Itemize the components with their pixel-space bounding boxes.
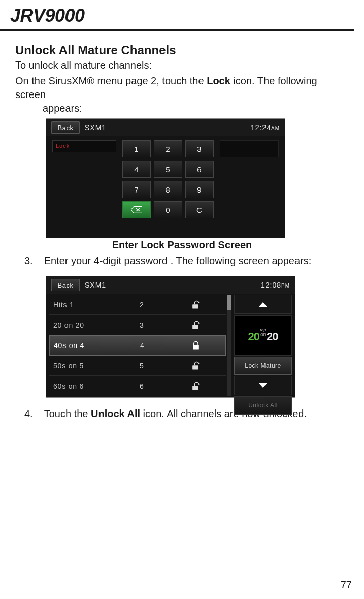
- list-item[interactable]: 20 on 20 3: [49, 315, 226, 335]
- key-clear[interactable]: C: [185, 201, 214, 218]
- scroll-thumb[interactable]: [227, 295, 231, 310]
- unlock-icon: [190, 300, 201, 310]
- clock: 12:24AM: [251, 123, 280, 132]
- scroll-down-button[interactable]: [234, 376, 292, 395]
- step-text-cont: appears:: [43, 102, 349, 115]
- right-column: top 20on20 Lock Mature Unlock All: [234, 295, 292, 415]
- step-text-a: Touch the: [44, 408, 91, 419]
- channel-name: 20 on 20: [53, 321, 140, 329]
- channel-number: 4: [140, 341, 186, 350]
- channel-number: 2: [140, 301, 185, 309]
- source-label: SXM1: [85, 281, 106, 289]
- key-4[interactable]: 4: [122, 161, 151, 178]
- chevron-up-icon: [258, 301, 268, 307]
- channel-logo: top 20on20: [234, 315, 292, 356]
- topbar: Back SXM1 12:24AM: [46, 119, 285, 136]
- back-button[interactable]: Back: [51, 121, 80, 134]
- section-heading: Unlock All Mature Channels: [15, 43, 349, 57]
- chevron-down-icon: [258, 383, 268, 389]
- screenshot-keypad: Back SXM1 12:24AM Lock 1 2 3 4 5 6 7 8 9: [46, 118, 285, 238]
- channel-number: 6: [140, 382, 185, 390]
- page-title: JRV9000: [0, 0, 354, 31]
- key-0[interactable]: 0: [154, 201, 182, 218]
- unlock-all-word: Unlock All: [91, 408, 140, 419]
- step-4: 4. Touch the Unlock All icon. All channe…: [20, 407, 349, 421]
- channel-name: 50s on 5: [53, 362, 140, 370]
- lock-mature-button[interactable]: Lock Mature: [234, 357, 292, 375]
- channel-list[interactable]: Hits 1 2 20 on 20 3 40s on 4 4: [49, 295, 226, 396]
- step-number: 4.: [24, 407, 33, 421]
- list-item[interactable]: 60s on 6 6: [49, 376, 226, 396]
- clock-ampm: AM: [271, 125, 280, 131]
- lock-cell[interactable]: [186, 340, 206, 351]
- step-text: Enter your 4-digit password . The follow…: [44, 254, 349, 268]
- clock-time: 12:24: [251, 123, 271, 132]
- logo-left: 20: [248, 330, 259, 343]
- channel-number: 5: [140, 362, 185, 370]
- clock-time: 12:08: [261, 281, 281, 289]
- step-number: 3.: [24, 254, 33, 268]
- clock-ampm: PM: [281, 283, 290, 289]
- key-8[interactable]: 8: [154, 181, 182, 198]
- unlock-icon: [190, 381, 201, 391]
- svg-rect-6: [192, 386, 198, 390]
- svg-rect-2: [192, 304, 198, 308]
- channel-name: 40s on 4: [54, 341, 140, 350]
- lock-icon: [191, 340, 201, 351]
- step-3: 3. Enter your 4-digit password . The fol…: [20, 254, 349, 268]
- channel-name: 60s on 6: [53, 382, 140, 390]
- key-5[interactable]: 5: [154, 161, 182, 178]
- logo-sep: on: [260, 332, 266, 337]
- keypad: 1 2 3 4 5 6 7 8 9 0 C: [122, 140, 214, 218]
- lock-cell[interactable]: [185, 381, 206, 391]
- enter-area[interactable]: [220, 140, 279, 157]
- key-6[interactable]: 6: [185, 161, 214, 178]
- key-9[interactable]: 9: [185, 181, 214, 198]
- svg-rect-3: [192, 325, 198, 329]
- channel-number: 3: [140, 321, 185, 329]
- step-text: Touch the Unlock All icon. All channels …: [44, 407, 349, 421]
- list-item[interactable]: Hits 1 2: [49, 295, 226, 315]
- page-number: 77: [341, 579, 352, 591]
- scrollbar[interactable]: [227, 295, 231, 396]
- backspace-icon: [131, 206, 142, 213]
- caption-keypad: Enter Lock Password Screen: [15, 239, 349, 251]
- lock-word: Lock: [207, 75, 230, 86]
- unlock-all-button[interactable]: Unlock All: [234, 396, 292, 415]
- password-display: Lock: [52, 140, 116, 152]
- lock-cell[interactable]: [185, 361, 206, 371]
- source-label: SXM1: [85, 123, 106, 132]
- logo-right: 20: [267, 330, 278, 343]
- key-3[interactable]: 3: [185, 140, 214, 157]
- list-item[interactable]: 50s on 5 5: [49, 356, 226, 376]
- step-main: On the SirusXM® menu page 2, touch the L…: [15, 74, 349, 115]
- step-text: On the SirusXM® menu page 2, touch the: [15, 75, 207, 86]
- logo-main: 20on20: [248, 330, 278, 343]
- back-button[interactable]: Back: [51, 279, 80, 291]
- svg-rect-5: [192, 365, 198, 369]
- screenshot-channel-list: Back SXM1 12:08PM Hits 1 2 20 on 20 3: [46, 276, 295, 398]
- unlock-icon: [190, 361, 201, 371]
- key-1[interactable]: 1: [122, 140, 151, 157]
- clock: 12:08PM: [261, 281, 290, 289]
- list-item-selected[interactable]: 40s on 4 4: [49, 335, 226, 356]
- lock-cell[interactable]: [185, 300, 206, 310]
- topbar: Back SXM1 12:08PM: [46, 276, 295, 294]
- svg-rect-4: [193, 345, 199, 349]
- key-7[interactable]: 7: [122, 181, 151, 198]
- unlock-icon: [190, 320, 201, 330]
- scroll-up-button[interactable]: [234, 295, 292, 314]
- channel-name: Hits 1: [53, 301, 140, 309]
- lock-cell[interactable]: [185, 320, 206, 330]
- key-backspace[interactable]: [122, 201, 151, 218]
- key-2[interactable]: 2: [154, 140, 182, 157]
- intro-text: To unlock all mature channels:: [15, 59, 349, 71]
